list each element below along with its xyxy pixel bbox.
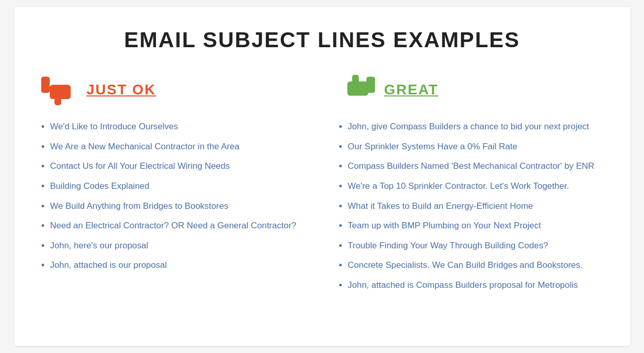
list-item: John, give Compass Builders a chance to … [348, 121, 604, 133]
thumbs-up-icon [338, 73, 376, 106]
list-item: We Build Anything from Bridges to Bookst… [50, 200, 307, 213]
svg-rect-0 [41, 76, 50, 93]
columns-container: JUST OK We'd Like to Introduce Ourselves… [40, 73, 604, 299]
list-item: Trouble Finding Your Way Through Buildin… [348, 240, 604, 252]
list-item: John, here's our proposal [50, 240, 307, 252]
list-item: Our Sprinkler Systems Have a 0% Fail Rat… [348, 141, 604, 153]
right-column-header: GREAT [338, 73, 604, 106]
list-item: We'd Like to Introduce Ourselves [50, 121, 307, 133]
list-item: We Are a New Mechanical Contractor in th… [50, 141, 307, 153]
left-column-header: JUST OK [40, 73, 307, 106]
list-item: John, attached is our proposal [50, 259, 307, 272]
list-item: We're a Top 10 Sprinkler Contractor. Let… [348, 180, 604, 193]
list-item: Team up with BMP Plumbing on Your Next P… [348, 220, 604, 232]
page-title: EMAIL SUBJECT LINES EXAMPLES [40, 28, 604, 52]
main-card: EMAIL SUBJECT LINES EXAMPLES [14, 7, 630, 346]
right-column-label: GREAT [384, 82, 439, 98]
list-item: Compass Builders Named 'Best Mechanical … [348, 160, 604, 173]
svg-rect-1 [49, 85, 70, 99]
right-column: GREAT John, give Compass Builders a chan… [338, 73, 604, 299]
list-item: Contact Us for All Your Electrical Wirin… [50, 160, 307, 173]
svg-rect-5 [366, 76, 375, 93]
list-item: John, attached is Compass Builders propo… [348, 279, 604, 292]
list-item: What it Takes to Build an Energy-Efficie… [348, 200, 604, 213]
left-items-list: We'd Like to Introduce OurselvesWe Are a… [40, 121, 307, 272]
list-item: Need an Electrical Contractor? OR Need a… [50, 220, 307, 232]
left-column: JUST OK We'd Like to Introduce Ourselves… [40, 73, 307, 299]
right-items-list: John, give Compass Builders a chance to … [338, 121, 604, 292]
svg-rect-2 [54, 97, 61, 105]
thumbs-down-icon [40, 73, 79, 106]
left-column-label: JUST OK [87, 82, 156, 98]
svg-rect-4 [347, 82, 368, 96]
list-item: Building Codes Explained [50, 180, 307, 193]
list-item: Concrete Specialists. We Can Build Bridg… [348, 259, 604, 272]
